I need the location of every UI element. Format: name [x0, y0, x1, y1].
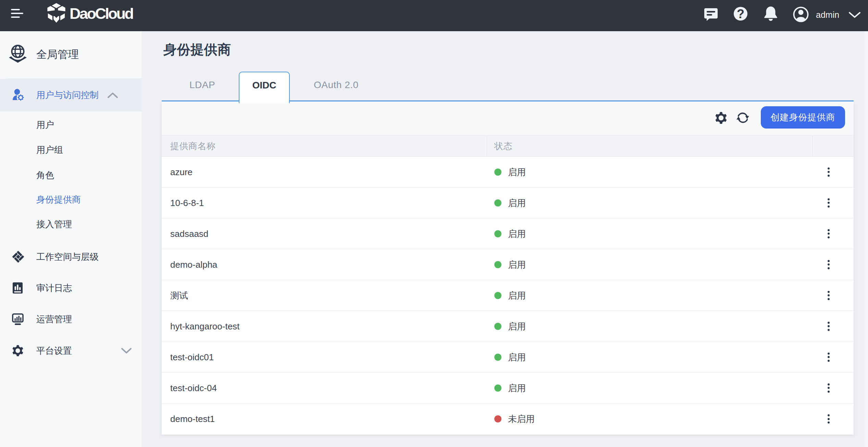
- svg-text:?: ?: [737, 7, 744, 21]
